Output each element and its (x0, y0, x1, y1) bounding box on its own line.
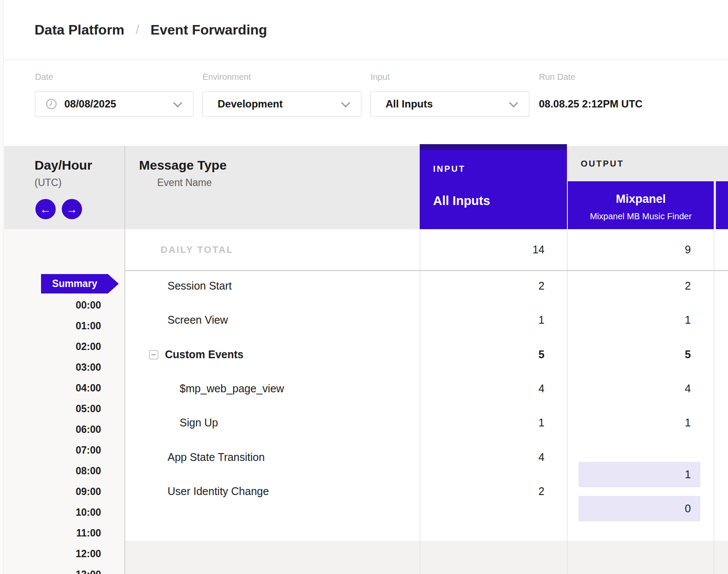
daily-total-row: DAILY TOTAL 14 9 (124, 229, 728, 270)
input-count: 2 (420, 280, 567, 292)
input-column-header[interactable]: INPUT All Inputs (420, 144, 567, 229)
date-dropdown[interactable]: 08/08/2025 (35, 91, 193, 117)
event-name: $mp_web_page_view (124, 382, 420, 395)
day-hour-title: Day/Hour (35, 158, 92, 173)
event-name: Custom Events (165, 348, 244, 361)
clock-icon (46, 98, 57, 110)
output-count: 5 (567, 348, 714, 361)
event-name: Sign Up (124, 416, 420, 429)
previous-day-button[interactable]: ← (35, 199, 56, 219)
input-count: 1 (420, 416, 567, 429)
filter-bar: Date Environment Input Run Date 08/08/20… (4, 60, 728, 146)
input-label: Input (370, 72, 389, 82)
arrow-right-icon: → (66, 204, 78, 215)
output-column-name: Mixpanel (568, 192, 714, 206)
next-output-column-edge (716, 181, 728, 229)
page-title: Event Forwarding (150, 22, 267, 38)
input-count: 2 (420, 485, 567, 498)
output-group-header: OUTPUT (581, 159, 624, 169)
output-count: 4 (567, 382, 714, 395)
message-type-title: Message Type (139, 158, 227, 173)
output-column-subtitle: Mixpanel MB Music Finder (568, 211, 714, 221)
event-row-user-identity-change: User Identity Change 2 0 (124, 474, 728, 508)
chevron-down-icon (173, 98, 182, 107)
collapse-minus-icon[interactable] (149, 350, 158, 360)
daily-total-input-value: 14 (420, 243, 567, 256)
top-bar: Data Platform / Event Forwarding (4, 0, 728, 60)
grid-footer-area (125, 541, 728, 574)
event-row-screen-view: Screen View 1 1 (124, 303, 728, 337)
input-count: 1 (420, 314, 567, 326)
event-row-custom-events: Custom Events 5 5 (124, 337, 728, 372)
event-row-sign-up: Sign Up 1 1 (124, 406, 728, 440)
date-value: 08/08/2025 (64, 98, 116, 110)
environment-label: Environment (203, 72, 251, 82)
run-date-label: Run Date (539, 72, 576, 82)
input-column-name: All Inputs (433, 194, 490, 208)
output-count: 1 (567, 416, 714, 429)
breadcrumb-separator: / (136, 22, 139, 37)
arrow-left-icon: ← (40, 204, 51, 215)
run-date-value: 08.08.25 2:12PM UTC (539, 91, 643, 117)
daily-total-label: DAILY TOTAL (124, 244, 420, 255)
input-count: 5 (420, 348, 567, 361)
date-label: Date (35, 72, 53, 82)
day-hour-subtitle: (UTC) (35, 177, 62, 189)
output-column-header[interactable]: Mixpanel Mixpanel MB Music Finder (568, 181, 714, 229)
left-gutter (0, 0, 4, 574)
dropped-output-cell[interactable]: 0 (579, 496, 700, 521)
input-dropdown[interactable]: All Inputs (370, 91, 529, 117)
summary-tab[interactable]: Summary (41, 274, 119, 293)
event-name: Session Start (124, 280, 420, 292)
output-count: 1 (567, 314, 714, 326)
chevron-down-icon (509, 98, 518, 107)
output-count: 2 (567, 280, 714, 292)
breadcrumb: Data Platform / Event Forwarding (35, 22, 267, 38)
environment-dropdown[interactable]: Development (203, 91, 361, 117)
daily-total-output-value: 9 (567, 243, 714, 256)
event-row-app-state-transition: App State Transition 4 1 (124, 440, 728, 474)
input-value: All Inputs (386, 98, 433, 110)
event-name: Screen View (124, 314, 420, 326)
event-name: User Identity Change (124, 485, 420, 498)
input-group-header: INPUT (433, 164, 465, 174)
next-day-button[interactable]: → (62, 199, 82, 219)
environment-value: Development (218, 98, 283, 110)
input-count: 4 (420, 451, 567, 464)
input-count: 4 (420, 382, 567, 395)
event-row-session-start: Session Start 2 2 (124, 269, 728, 303)
event-name: App State Transition (124, 451, 420, 464)
event-row-mp-web-page-view: $mp_web_page_view 4 4 (124, 372, 728, 406)
chevron-down-icon (341, 98, 350, 107)
message-type-subtitle: Event Name (157, 177, 212, 189)
breadcrumb-section[interactable]: Data Platform (35, 22, 124, 38)
event-forwarding-page: Data Platform / Event Forwarding Date En… (0, 0, 728, 574)
